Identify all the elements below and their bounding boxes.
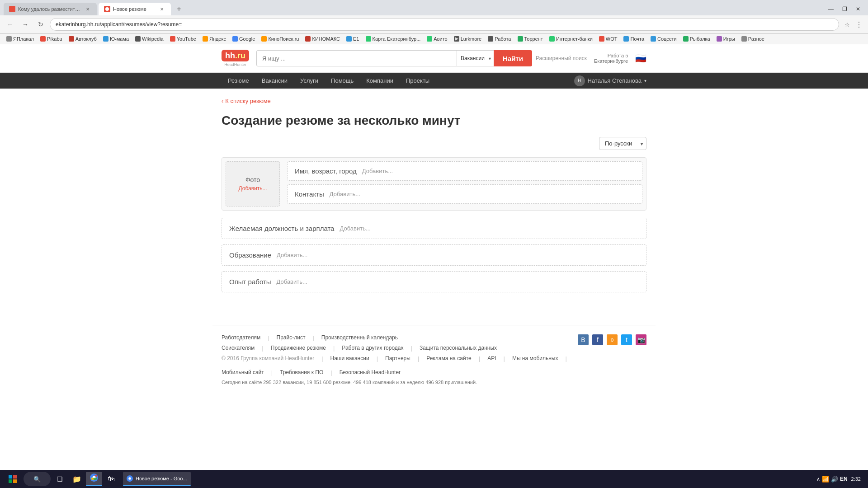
bookmark-yandex[interactable]: Яндекс	[200, 35, 229, 42]
bookmark-youtube[interactable]: YouTube	[167, 35, 199, 42]
nav-item-help[interactable]: Помощь	[325, 73, 360, 89]
bookmark-socset[interactable]: Соцсети	[648, 35, 679, 42]
tray-volume-icon[interactable]: 🔊	[831, 476, 838, 483]
footer-link-employers[interactable]: Работодателям	[222, 334, 260, 341]
taskbar-search-button[interactable]: 🔍	[24, 472, 51, 483]
search-input[interactable]	[256, 50, 457, 66]
nav-item-services[interactable]: Услуги	[294, 73, 325, 89]
taskbar-store-button[interactable]: 🛍	[103, 472, 119, 483]
footer-link-mobile-site[interactable]: Мобильный сайт	[222, 369, 264, 376]
svg-point-0	[105, 7, 109, 11]
nav-item-vacancies[interactable]: Вакансии	[255, 73, 294, 89]
start-button[interactable]	[4, 472, 22, 483]
bookmark-rabota[interactable]: Работа	[485, 35, 514, 42]
resume-form-card: Фото Добавить... Имя, возраст, город Доб…	[222, 157, 646, 211]
social-fb-icon[interactable]: f	[592, 334, 603, 345]
breadcrumb[interactable]: ‹ К списку резюме	[222, 98, 646, 104]
social-tw-icon[interactable]: t	[621, 334, 632, 345]
footer-link-privacy[interactable]: Защита персональных данных	[420, 345, 497, 352]
footer-link-pricelist[interactable]: Прайс-лист	[277, 334, 306, 341]
bookmark-label-karta: Карта Екатеринбур...	[373, 36, 421, 42]
bookmark-torrent[interactable]: Торрент	[515, 35, 546, 42]
bookmark-kinopoisk[interactable]: КиноПоиск.ru	[259, 35, 302, 42]
bookmark-star-icon[interactable]: ☆	[842, 19, 853, 30]
footer-link-ads[interactable]: Реклама на сайте	[426, 355, 472, 362]
close-button[interactable]: ✕	[852, 3, 864, 15]
name-age-city-field[interactable]: Имя, возраст, город Добавить...	[287, 161, 642, 181]
bookmark-wikipedia[interactable]: Wikipedia	[132, 35, 166, 42]
address-bar[interactable]: ekaterinburg.hh.ru/applicant/resumes/vie…	[50, 18, 839, 31]
tab-favicon	[9, 6, 15, 12]
desired-position-section[interactable]: Желаемая должность и зарплата Добавить..…	[222, 218, 646, 239]
nav-item-companies[interactable]: Компании	[360, 73, 400, 89]
nav-item-resume[interactable]: Резюме	[222, 73, 255, 89]
new-tab-button[interactable]: +	[173, 3, 185, 15]
tab-close-active[interactable]: ✕	[158, 5, 165, 13]
nav-item-projects[interactable]: Проекты	[400, 73, 436, 89]
bookmark-wot[interactable]: WOT	[596, 35, 620, 42]
footer-link-our-vacancies[interactable]: Наши вакансии	[330, 355, 369, 362]
contacts-field[interactable]: Контакты Добавить...	[287, 184, 642, 204]
search-type-select[interactable]: Вакансии Резюме	[457, 50, 494, 66]
reload-button[interactable]: ↻	[34, 18, 47, 31]
social-ig-icon[interactable]: 📷	[636, 334, 646, 345]
bookmark-avito[interactable]: Авито	[424, 35, 450, 42]
footer-link-promo[interactable]: Продвижение резюме	[271, 345, 326, 352]
tab-close-inactive[interactable]: ✕	[84, 5, 91, 13]
bookmark-raznoe[interactable]: Разное	[739, 35, 767, 42]
photo-section[interactable]: Фото Добавить...	[226, 161, 280, 206]
bookmark-igry[interactable]: Игры	[714, 35, 738, 42]
bookmark-rybalka[interactable]: Рыбалка	[680, 35, 713, 42]
taskbar-chrome-button[interactable]	[86, 472, 102, 483]
photo-add-link[interactable]: Добавить...	[238, 185, 267, 192]
taskbar-tray: ∧ 📶 🔊	[816, 476, 838, 483]
footer-link-partners[interactable]: Партнеры	[385, 355, 410, 362]
hh-nav-right: Н Наталья Степанова ▾	[574, 75, 646, 86]
search-button[interactable]: Найти	[494, 50, 532, 66]
tray-chevron-icon[interactable]: ∧	[816, 476, 820, 482]
footer-link-api[interactable]: API	[487, 355, 496, 362]
browser-tab-active[interactable]: Новое резюме ✕	[99, 3, 171, 15]
footer-link-mobile[interactable]: Мы на мобильных	[512, 355, 558, 362]
footer-link-seekers[interactable]: Соискателям	[222, 345, 255, 352]
lang-select[interactable]: По-русски In English	[599, 137, 646, 150]
taskbar-explorer-button[interactable]: 📁	[69, 472, 85, 483]
minimize-button[interactable]: —	[825, 3, 837, 15]
bookmark-autoclub[interactable]: Автоклуб	[66, 35, 99, 42]
advanced-search-link[interactable]: Расширенный поиск	[532, 55, 587, 61]
bookmark-pochta[interactable]: Почта	[621, 35, 647, 42]
browser-menu-icon[interactable]: ⋮	[854, 19, 864, 30]
taskbar-right: EN 2:32	[840, 476, 864, 482]
footer-link-calendar[interactable]: Производственный календарь	[321, 334, 398, 341]
maximize-button[interactable]: ❐	[838, 3, 851, 15]
bookmark-kinomax[interactable]: КИНOМАКС	[302, 35, 343, 42]
user-dropdown-icon[interactable]: ▾	[644, 78, 646, 83]
bookmark-yumama[interactable]: Ю-мама	[100, 35, 132, 42]
bookmark-favicon-autoclub	[69, 36, 74, 42]
browser-tab-inactive[interactable]: Кому удалось разместить... ✕	[4, 3, 97, 15]
footer-link-requirements[interactable]: Требования к ПО	[280, 369, 323, 376]
work-experience-section[interactable]: Опыт работы Добавить...	[222, 271, 646, 292]
social-vk-icon[interactable]: B	[578, 334, 589, 345]
back-button[interactable]: ←	[4, 18, 16, 31]
bookmark-google[interactable]: Google	[230, 35, 258, 42]
forward-button[interactable]: →	[19, 18, 32, 31]
bookmark-internet-banki[interactable]: Интернет-банки	[547, 35, 595, 42]
taskbar-taskview-button[interactable]: ❑	[52, 472, 68, 483]
bookmark-pikabu[interactable]: Pikabu	[38, 35, 65, 42]
social-ok-icon[interactable]: о	[607, 334, 618, 345]
bookmark-e1[interactable]: Е1	[344, 35, 362, 42]
footer-link-security[interactable]: Безопасный HeadHunter	[340, 369, 401, 376]
footer-row3: © 2016 Группа компаний HeadHunter | Наши…	[222, 355, 578, 376]
bookmark-lurkmore[interactable]: Lurkmore	[451, 35, 484, 42]
education-section[interactable]: Образование Добавить...	[222, 244, 646, 266]
bookmark-karta[interactable]: Карта Екатеринбур...	[363, 35, 424, 42]
user-name[interactable]: Наталья Степанова	[588, 77, 642, 84]
tray-network-icon[interactable]: 📶	[822, 476, 829, 483]
taskbar-active-window[interactable]: Новое резюме - Goo...	[123, 472, 191, 483]
bookmark-yaplakat[interactable]: ЯПлакал	[4, 35, 37, 42]
bookmark-favicon-rybalka	[683, 36, 689, 42]
footer-link-other-cities[interactable]: Работа в других городах	[342, 345, 403, 352]
bookmark-label-google: Google	[239, 36, 255, 42]
hh-logo[interactable]: hh.ru HeadHunter	[222, 50, 249, 67]
